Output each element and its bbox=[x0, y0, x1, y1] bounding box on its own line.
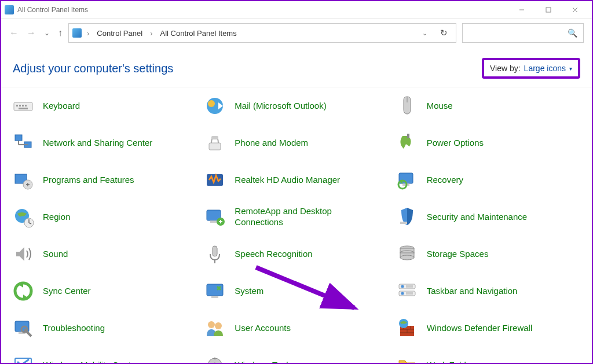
item-phone[interactable]: Phone and Modem bbox=[203, 130, 389, 156]
taskbar-icon bbox=[396, 280, 419, 303]
forward-button[interactable]: → bbox=[27, 28, 36, 38]
item-label: Region bbox=[43, 212, 71, 223]
item-label: Network and Sharing Center bbox=[43, 138, 152, 149]
search-input[interactable]: 🔍 bbox=[462, 23, 584, 43]
item-label: Security and Maintenance bbox=[427, 212, 527, 223]
up-button[interactable]: ↑ bbox=[58, 28, 63, 38]
items-grid: KeyboardMail (Microsoft Outlook)MouseNet… bbox=[1, 87, 592, 364]
item-remoteapp[interactable]: RemoteApp and Desktop Connections bbox=[203, 204, 389, 230]
item-label: Phone and Modem bbox=[235, 138, 308, 149]
item-mouse[interactable]: Mouse bbox=[396, 93, 581, 119]
content-header: Adjust your computer's settings View by:… bbox=[1, 47, 592, 87]
recent-locations-button[interactable]: ⌄ bbox=[44, 29, 50, 37]
item-tools[interactable]: Windows Tools bbox=[203, 352, 389, 364]
item-label: Windows Defender Firewall bbox=[427, 323, 533, 334]
item-label: System bbox=[235, 286, 263, 297]
view-by-value[interactable]: Large icons bbox=[524, 64, 566, 73]
item-label: Windows Mobility Center bbox=[43, 360, 138, 364]
network-icon bbox=[12, 131, 35, 155]
region-icon bbox=[12, 205, 35, 229]
page-title: Adjust your computer's settings bbox=[13, 62, 173, 75]
speech-icon bbox=[203, 242, 226, 266]
item-mobility[interactable]: Windows Mobility Center bbox=[12, 352, 197, 364]
window-controls bbox=[508, 1, 588, 19]
system-icon bbox=[203, 280, 226, 303]
search-icon: 🔍 bbox=[568, 28, 577, 38]
item-sound[interactable]: Sound bbox=[12, 241, 197, 267]
item-label: Taskbar and Navigation bbox=[427, 286, 518, 297]
item-label: Realtek HD Audio Manager bbox=[235, 175, 340, 186]
item-realtek[interactable]: Realtek HD Audio Manager bbox=[203, 167, 389, 193]
item-label: User Accounts bbox=[235, 323, 291, 334]
power-icon bbox=[396, 131, 419, 155]
item-mail[interactable]: Mail (Microsoft Outlook) bbox=[203, 93, 389, 119]
refresh-button[interactable]: ↻ bbox=[435, 28, 452, 38]
workfolders-icon bbox=[396, 354, 419, 364]
item-users[interactable]: User Accounts bbox=[203, 315, 389, 341]
chevron-down-icon: ▾ bbox=[569, 65, 572, 72]
item-sync[interactable]: Sync Center bbox=[12, 278, 197, 304]
chevron-right-icon[interactable]: › bbox=[148, 29, 154, 38]
item-speech[interactable]: Speech Recognition bbox=[203, 241, 389, 267]
item-storage[interactable]: Storage Spaces bbox=[396, 241, 581, 267]
nav-arrows: ← → ⌄ ↑ bbox=[9, 28, 63, 38]
item-label: Mail (Microsoft Outlook) bbox=[235, 101, 326, 112]
troubleshoot-icon bbox=[12, 317, 35, 340]
address-bar[interactable]: › Control Panel › All Control Panel Item… bbox=[68, 23, 456, 43]
remoteapp-icon bbox=[203, 205, 226, 229]
chevron-right-icon[interactable]: › bbox=[85, 29, 91, 38]
item-label: Keyboard bbox=[43, 101, 80, 112]
breadcrumb-root[interactable]: Control Panel bbox=[94, 29, 145, 38]
security-icon bbox=[396, 205, 419, 229]
item-firewall[interactable]: Windows Defender Firewall bbox=[396, 315, 581, 341]
firewall-icon bbox=[396, 317, 419, 340]
item-label: RemoteApp and Desktop Connections bbox=[235, 206, 368, 228]
storage-icon bbox=[396, 242, 419, 266]
item-label: Troubleshooting bbox=[43, 323, 105, 334]
sync-icon bbox=[12, 280, 35, 303]
users-icon bbox=[203, 317, 226, 340]
item-label: Windows Tools bbox=[235, 360, 292, 364]
item-system[interactable]: System bbox=[203, 278, 389, 304]
toolbar: ← → ⌄ ↑ › Control Panel › All Control Pa… bbox=[1, 19, 592, 47]
item-troubleshoot[interactable]: Troubleshooting bbox=[12, 315, 197, 341]
titlebar: All Control Panel Items bbox=[1, 1, 592, 19]
address-icon bbox=[72, 28, 82, 38]
view-by-selector[interactable]: View by: Large icons ▾ bbox=[482, 58, 580, 79]
mouse-icon bbox=[396, 94, 419, 117]
tools-icon bbox=[203, 354, 226, 364]
recovery-icon bbox=[396, 168, 419, 192]
svg-rect-1 bbox=[546, 8, 551, 12]
minimize-button[interactable] bbox=[508, 1, 535, 19]
view-by-label: View by: bbox=[490, 64, 521, 73]
realtek-icon bbox=[203, 168, 226, 192]
mail-icon bbox=[203, 94, 226, 117]
item-label: Power Options bbox=[427, 138, 484, 149]
programs-icon bbox=[12, 168, 35, 192]
address-dropdown[interactable]: ⌄ bbox=[418, 30, 432, 37]
item-programs[interactable]: Programs and Features bbox=[12, 167, 197, 193]
control-panel-icon bbox=[5, 5, 14, 14]
phone-icon bbox=[203, 131, 226, 155]
item-label: Work Folders bbox=[427, 360, 478, 364]
item-taskbar[interactable]: Taskbar and Navigation bbox=[396, 278, 581, 304]
window-title: All Control Panel Items bbox=[17, 6, 508, 14]
item-label: Speech Recognition bbox=[235, 249, 312, 260]
maximize-button[interactable] bbox=[535, 1, 562, 19]
item-keyboard[interactable]: Keyboard bbox=[12, 93, 197, 119]
breadcrumb-current[interactable]: All Control Panel Items bbox=[158, 29, 239, 38]
item-security[interactable]: Security and Maintenance bbox=[396, 204, 581, 230]
item-label: Mouse bbox=[427, 101, 453, 112]
item-region[interactable]: Region bbox=[12, 204, 197, 230]
keyboard-icon bbox=[12, 94, 35, 117]
item-recovery[interactable]: Recovery bbox=[396, 167, 581, 193]
item-label: Sound bbox=[43, 249, 68, 260]
item-workfolders[interactable]: Work Folders bbox=[396, 352, 581, 364]
item-label: Programs and Features bbox=[43, 175, 134, 186]
item-power[interactable]: Power Options bbox=[396, 130, 581, 156]
close-button[interactable] bbox=[562, 1, 588, 19]
item-network[interactable]: Network and Sharing Center bbox=[12, 130, 197, 156]
back-button[interactable]: ← bbox=[9, 28, 19, 38]
item-label: Recovery bbox=[427, 175, 463, 186]
item-label: Storage Spaces bbox=[427, 249, 489, 260]
